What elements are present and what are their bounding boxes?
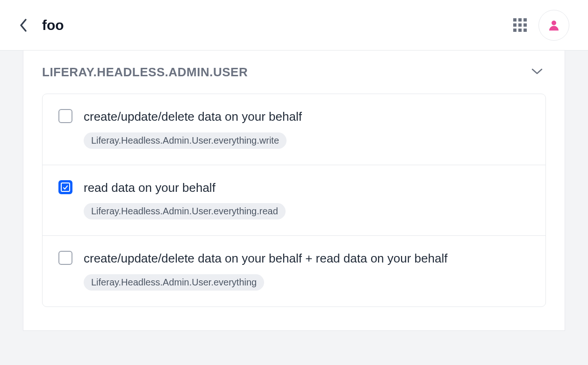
scope-list: create/update/delete data on your behalf… (42, 94, 546, 307)
scope-item: read data on your behalf Liferay.Headles… (43, 165, 545, 236)
scope-text: create/update/delete data on your behalf… (84, 250, 530, 291)
user-icon (547, 18, 561, 32)
scope-id-badge: Liferay.Headless.Admin.User.everything.w… (84, 132, 287, 149)
chevron-left-icon (19, 18, 28, 33)
scope-label: create/update/delete data on your behalf… (84, 250, 530, 268)
scope-checkbox[interactable] (58, 251, 72, 265)
scope-checkbox[interactable] (58, 180, 72, 194)
section-header[interactable]: LIFERAY.HEADLESS.ADMIN.USER (42, 65, 546, 80)
topbar: foo (0, 0, 588, 51)
back-button[interactable] (14, 16, 33, 35)
panel: LIFERAY.HEADLESS.ADMIN.USER create/updat… (23, 51, 565, 331)
apps-menu-button[interactable] (510, 16, 529, 35)
page-title: foo (42, 17, 64, 33)
chevron-down-icon (531, 67, 543, 75)
user-avatar[interactable] (538, 10, 569, 41)
scope-id-badge: Liferay.Headless.Admin.User.everything (84, 274, 264, 291)
scope-text: read data on your behalf Liferay.Headles… (84, 179, 530, 220)
apps-grid-icon (513, 18, 527, 32)
scope-label: read data on your behalf (84, 179, 530, 197)
collapse-toggle[interactable] (528, 65, 546, 80)
scope-item: create/update/delete data on your behalf… (43, 94, 545, 165)
scope-item: create/update/delete data on your behalf… (43, 236, 545, 307)
section-title: LIFERAY.HEADLESS.ADMIN.USER (42, 65, 248, 80)
scope-checkbox[interactable] (58, 109, 72, 123)
scope-text: create/update/delete data on your behalf… (84, 108, 530, 149)
check-icon (62, 183, 69, 191)
page-body: LIFERAY.HEADLESS.ADMIN.USER create/updat… (0, 51, 588, 350)
scope-id-badge: Liferay.Headless.Admin.User.everything.r… (84, 203, 286, 219)
svg-point-0 (552, 21, 556, 25)
scope-label: create/update/delete data on your behalf (84, 108, 530, 126)
